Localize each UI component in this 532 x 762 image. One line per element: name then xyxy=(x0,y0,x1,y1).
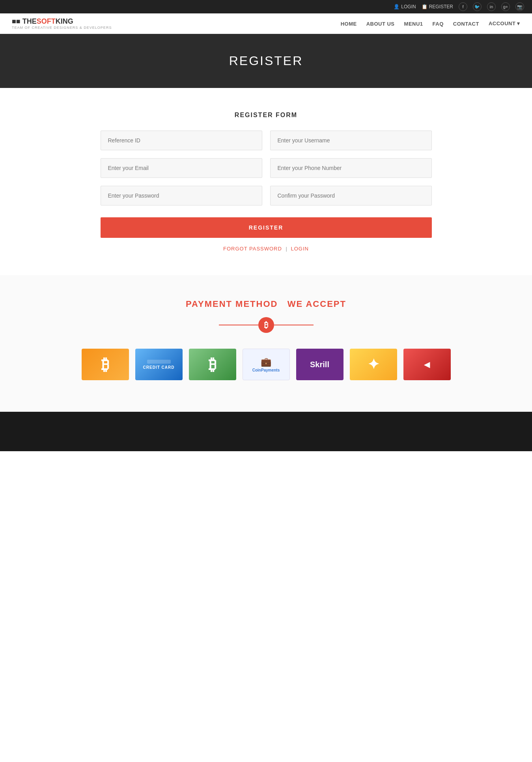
bitcoin-divider: ₿ xyxy=(12,317,520,333)
payment-section: PAYMENT METHOD WE ACCEPT ₿ ₿ CREDIT CARD… xyxy=(0,275,532,412)
card-strip xyxy=(147,360,171,364)
red-symbol: ◄ xyxy=(422,359,432,371)
bitcoin2-symbol: ₿ xyxy=(209,356,217,374)
phone-input[interactable] xyxy=(270,158,432,178)
googleplus-icon[interactable]: g+ xyxy=(501,2,510,11)
twitter-icon[interactable]: 🐦 xyxy=(473,2,482,11)
payment-logo-coinpayments: 💼 CoinPayments xyxy=(243,349,290,380)
coinpay-icon: 💼 xyxy=(261,357,271,367)
form-title: REGISTER FORM xyxy=(101,112,432,119)
password-field xyxy=(101,186,262,205)
nav-menu1[interactable]: MENU1 xyxy=(404,21,423,27)
email-input[interactable] xyxy=(101,158,262,178)
page-header: REGISTER xyxy=(0,34,532,88)
payment-logo-bitcoin2: ₿ xyxy=(189,349,236,380)
divider-right xyxy=(274,325,314,325)
logo-sub: TEAM OF CREATIVE DESIGNERS & DEVELOPERS xyxy=(12,26,112,30)
payment-title-red: PAYMENT METHOD xyxy=(186,299,278,309)
divider-left xyxy=(219,325,258,325)
register-link[interactable]: 📋 REGISTER xyxy=(422,4,453,9)
username-field xyxy=(270,131,432,150)
form-row-2 xyxy=(101,158,432,178)
forgot-password-link[interactable]: FORGOT PASSWORD xyxy=(223,246,282,252)
top-bar: 👤 LOGIN 📋 REGISTER f 🐦 in g+ 📷 xyxy=(0,0,532,13)
separator: | xyxy=(286,246,287,252)
card-label: CREDIT CARD xyxy=(143,365,175,370)
form-links: FORGOT PASSWORD | LOGIN xyxy=(101,246,432,252)
confirm-password-input[interactable] xyxy=(270,186,432,205)
register-button[interactable]: REGISTER xyxy=(101,217,432,238)
skrill-label: Skrill xyxy=(310,360,329,369)
payment-logo-red: ◄ xyxy=(403,349,451,380)
coinpay-label: CoinPayments xyxy=(252,368,280,372)
nav-about[interactable]: ABOUT US xyxy=(366,21,395,27)
email-field xyxy=(101,158,262,178)
reference-id-input[interactable] xyxy=(101,131,262,150)
confirm-password-field xyxy=(270,186,432,205)
password-input[interactable] xyxy=(101,186,262,205)
nav-contact[interactable]: CONTACT xyxy=(453,21,479,27)
main-nav: ■■ THESOFTKING TEAM OF CREATIVE DESIGNER… xyxy=(0,13,532,34)
form-row-1 xyxy=(101,131,432,150)
payment-logo-skrill: Skrill xyxy=(296,349,343,380)
payment-logo-card: CREDIT CARD xyxy=(135,349,183,380)
form-row-3 xyxy=(101,186,432,205)
sun-symbol: ✦ xyxy=(368,356,379,373)
bitcoin-center-icon: ₿ xyxy=(258,317,274,333)
payment-logos: ₿ CREDIT CARD ₿ 💼 CoinPayments Skrill ✦ … xyxy=(12,349,520,380)
login-form-link[interactable]: LOGIN xyxy=(291,246,309,252)
register-form-section: REGISTER FORM REGISTER FORGOT PASSWORD |… xyxy=(89,112,444,252)
linkedin-icon[interactable]: in xyxy=(487,2,496,11)
username-input[interactable] xyxy=(270,131,432,150)
reference-id-field xyxy=(101,131,262,150)
login-link[interactable]: 👤 LOGIN xyxy=(394,4,416,9)
bitcoin-symbol: ₿ xyxy=(101,356,109,374)
user-icon: 👤 xyxy=(394,4,399,9)
payment-title-black: WE ACCEPT xyxy=(287,299,346,309)
nav-faq[interactable]: FAQ xyxy=(433,21,444,27)
logo: ■■ THESOFTKING TEAM OF CREATIVE DESIGNER… xyxy=(12,17,112,30)
payment-logo-sun: ✦ xyxy=(350,349,397,380)
footer xyxy=(0,412,532,451)
facebook-icon[interactable]: f xyxy=(459,2,467,11)
nav-account[interactable]: ACCOUNT ▾ xyxy=(489,21,520,26)
phone-field xyxy=(270,158,432,178)
register-icon: 📋 xyxy=(422,4,427,9)
nav-links: HOME ABOUT US MENU1 FAQ CONTACT ACCOUNT … xyxy=(341,20,520,27)
payment-title: PAYMENT METHOD WE ACCEPT xyxy=(12,299,520,309)
instagram-icon[interactable]: 📷 xyxy=(515,2,524,11)
page-title: REGISTER xyxy=(0,54,532,68)
logo-text: ■■ THESOFTKING xyxy=(12,17,112,26)
payment-logo-bitcoin: ₿ xyxy=(82,349,129,380)
nav-home[interactable]: HOME xyxy=(341,21,357,27)
